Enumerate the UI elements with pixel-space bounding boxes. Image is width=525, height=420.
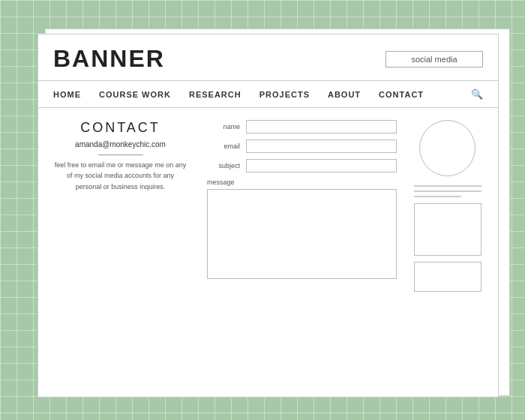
inner-card: BANNER social media HOME COURSE WORK RES… xyxy=(38,34,499,398)
nav-home[interactable]: HOME xyxy=(53,90,81,99)
line-1 xyxy=(414,185,482,187)
sidebar-box-bottom xyxy=(414,262,482,292)
line-2 xyxy=(414,190,482,192)
subject-input[interactable] xyxy=(246,159,397,172)
message-label: message xyxy=(207,178,397,186)
subject-row: subject xyxy=(207,159,397,172)
line-3 xyxy=(414,196,461,197)
header: BANNER social media xyxy=(38,34,498,81)
banner-title: BANNER xyxy=(53,45,165,73)
social-media-box[interactable]: social media xyxy=(386,51,483,68)
content-area: CONTACT amanda@monkeychic.com feel free … xyxy=(38,108,498,398)
contact-email: amanda@monkeychic.com xyxy=(53,140,188,148)
email-label: email xyxy=(207,142,240,150)
navbar: HOME COURSE WORK RESEARCH PROJECTS ABOUT… xyxy=(38,81,498,108)
nav-projects[interactable]: PROJECTS xyxy=(260,90,310,99)
name-row: name xyxy=(207,120,397,134)
contact-description: feel free to email me or message me on a… xyxy=(53,160,188,192)
search-icon[interactable]: 🔍 xyxy=(471,88,483,100)
left-column: CONTACT amanda@monkeychic.com feel free … xyxy=(53,120,200,387)
email-input[interactable] xyxy=(246,140,397,153)
text-lines xyxy=(414,185,482,197)
message-group: message xyxy=(207,178,397,282)
nav-contact[interactable]: CONTACT xyxy=(379,90,424,99)
nav-about[interactable]: ABOUT xyxy=(328,90,361,99)
contact-heading: CONTACT xyxy=(53,120,188,136)
sidebar-box-top xyxy=(414,203,482,256)
name-input[interactable] xyxy=(246,120,397,134)
message-textarea[interactable] xyxy=(207,189,397,279)
contact-divider xyxy=(98,154,143,155)
right-column xyxy=(404,120,483,387)
form-column: name email subject message xyxy=(200,120,404,387)
nav-coursework[interactable]: COURSE WORK xyxy=(99,90,171,99)
profile-circle xyxy=(419,120,476,176)
name-label: name xyxy=(207,123,240,130)
subject-label: subject xyxy=(207,162,240,170)
nav-research[interactable]: RESEARCH xyxy=(189,90,242,99)
email-row: email xyxy=(207,140,397,153)
